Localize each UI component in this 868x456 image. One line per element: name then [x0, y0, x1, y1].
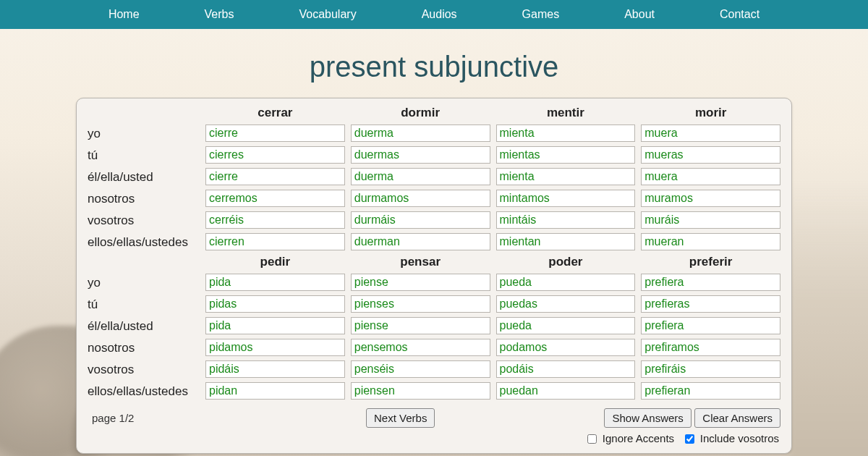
nav-vocabulary[interactable]: Vocabulary [299, 8, 356, 21]
pronoun-label: él/ella/usted [88, 316, 200, 337]
conjugation-input[interactable] [496, 317, 636, 334]
pronoun-label: él/ella/usted [88, 166, 200, 188]
conjugation-input[interactable] [641, 274, 780, 291]
clear-answers-button[interactable]: Clear Answers [694, 408, 780, 428]
conjugation-input[interactable] [205, 124, 345, 142]
nav-about[interactable]: About [624, 8, 655, 21]
conjugation-input[interactable] [641, 190, 780, 207]
pronoun-label: ellos/ellas/ustedes [88, 381, 200, 402]
pronoun-label: vosotros [88, 359, 200, 381]
header-spacer [88, 104, 200, 123]
conjugation-input[interactable] [351, 317, 490, 334]
conjugation-input[interactable] [205, 317, 345, 334]
page-title: present subjunctive [0, 51, 868, 83]
main-navbar: Home Verbs Vocabulary Audios Games About… [0, 0, 868, 29]
verb-header: poder [496, 253, 636, 272]
conjugation-input[interactable] [496, 168, 636, 185]
conjugation-input[interactable] [641, 168, 780, 185]
conjugation-input[interactable] [351, 211, 490, 229]
nav-contact[interactable]: Contact [720, 8, 760, 21]
conjugation-input[interactable] [496, 211, 636, 229]
conjugation-input[interactable] [641, 360, 780, 378]
conjugation-input[interactable] [351, 382, 490, 400]
conjugation-input[interactable] [496, 146, 636, 164]
conjugation-input[interactable] [496, 124, 636, 142]
ignore-accents-label[interactable]: Ignore Accents [603, 432, 674, 444]
conjugation-input[interactable] [205, 233, 345, 250]
conjugation-input[interactable] [351, 233, 490, 250]
verb-header: cerrar [205, 104, 345, 123]
verb-header: dormir [351, 104, 490, 123]
show-answers-button[interactable]: Show Answers [604, 408, 691, 428]
conjugation-input[interactable] [351, 168, 490, 185]
panel-footer: page 1/2 Next Verbs Show Answers Clear A… [88, 408, 780, 428]
bg-building-shape [788, 181, 868, 456]
next-verbs-button[interactable]: Next Verbs [366, 408, 435, 428]
verb-header: preferir [641, 253, 780, 272]
conjugation-input[interactable] [351, 295, 490, 313]
conjugation-input[interactable] [205, 146, 345, 164]
conjugation-input[interactable] [351, 274, 490, 291]
conjugation-input[interactable] [496, 233, 636, 250]
conjugation-input[interactable] [205, 360, 345, 378]
conjugation-input[interactable] [641, 295, 780, 313]
conjugation-input[interactable] [496, 382, 636, 400]
verb-header: pedir [205, 253, 345, 272]
include-vosotros-checkbox[interactable] [685, 434, 694, 444]
pronoun-label: yo [88, 123, 200, 145]
conjugation-input[interactable] [205, 274, 345, 291]
header-spacer [88, 253, 200, 272]
nav-audios[interactable]: Audios [422, 8, 457, 21]
include-vosotros-label[interactable]: Include vosotros [700, 432, 779, 444]
conjugation-input[interactable] [496, 274, 636, 291]
conjugation-input[interactable] [496, 190, 636, 207]
ignore-accents-checkbox[interactable] [587, 434, 597, 444]
conjugation-input[interactable] [351, 146, 490, 164]
pronoun-label: vosotros [88, 210, 200, 232]
conjugation-input[interactable] [641, 382, 780, 400]
conjugation-input[interactable] [351, 339, 490, 356]
conjugation-input[interactable] [205, 339, 345, 356]
conjugation-input[interactable] [205, 295, 345, 313]
pronoun-label: nosotros [88, 337, 200, 359]
conjugation-input[interactable] [205, 211, 345, 229]
pronoun-label: nosotros [88, 188, 200, 210]
verb-header: mentir [496, 104, 636, 123]
verb-header: morir [641, 104, 780, 123]
conjugation-grid: cerrardormirmentirmoriryotúél/ella/usted… [88, 104, 780, 402]
conjugation-panel: cerrardormirmentirmoriryotúél/ella/usted… [76, 98, 792, 454]
options-row: Ignore Accents Include vosotros [88, 432, 780, 444]
conjugation-input[interactable] [205, 168, 345, 185]
conjugation-input[interactable] [641, 339, 780, 356]
conjugation-input[interactable] [351, 124, 490, 142]
pronoun-label: tú [88, 294, 200, 316]
nav-verbs[interactable]: Verbs [205, 8, 234, 21]
conjugation-input[interactable] [351, 360, 490, 378]
conjugation-input[interactable] [496, 360, 636, 378]
conjugation-input[interactable] [351, 190, 490, 207]
pronoun-label: yo [88, 272, 200, 294]
conjugation-input[interactable] [641, 146, 780, 164]
conjugation-input[interactable] [641, 317, 780, 334]
nav-games[interactable]: Games [522, 8, 560, 21]
conjugation-input[interactable] [205, 190, 345, 207]
conjugation-input[interactable] [496, 339, 636, 356]
conjugation-input[interactable] [496, 295, 636, 313]
conjugation-input[interactable] [205, 382, 345, 400]
pronoun-label: tú [88, 145, 200, 166]
conjugation-input[interactable] [641, 233, 780, 250]
nav-home[interactable]: Home [109, 8, 140, 21]
page-indicator: page 1/2 [92, 412, 197, 424]
conjugation-input[interactable] [641, 211, 780, 229]
pronoun-label: ellos/ellas/ustedes [88, 232, 200, 253]
verb-header: pensar [351, 253, 490, 272]
conjugation-input[interactable] [641, 124, 780, 142]
